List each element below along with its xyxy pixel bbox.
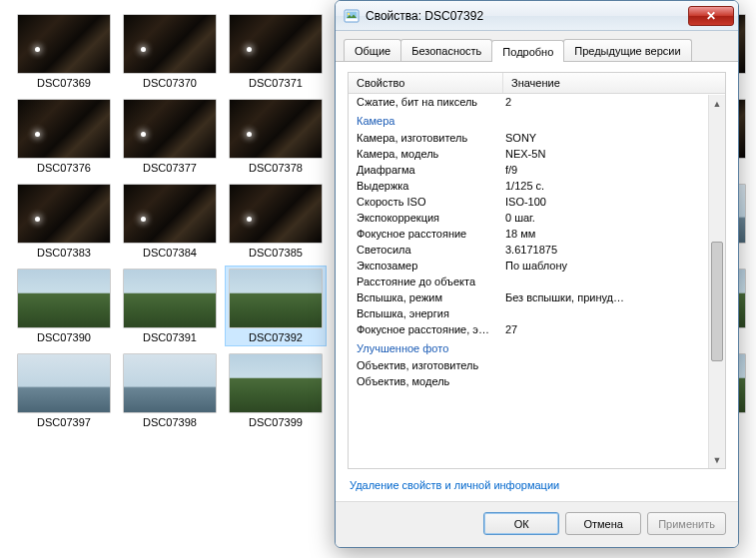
thumbnail-image	[123, 184, 217, 244]
thumbnail[interactable]: DSC07370	[120, 12, 220, 91]
thumbnail-image	[17, 269, 111, 328]
tab-previous-versions[interactable]: Предыдущие версии	[563, 39, 691, 61]
scroll-up-button[interactable]: ▲	[709, 95, 725, 112]
property-row[interactable]: Скорость ISOISO-100	[349, 194, 708, 210]
property-row[interactable]: Сжатие, бит на пиксель2	[349, 94, 708, 110]
picture-icon	[344, 8, 360, 24]
remove-properties-link[interactable]: Удаление свойств и личной информации	[350, 479, 559, 491]
scrollbar[interactable]: ▲ ▼	[708, 95, 725, 468]
thumbnail[interactable]: DSC07376	[14, 97, 114, 176]
property-name: Расстояние до объекта	[357, 276, 503, 287]
thumbnail-image	[123, 269, 217, 328]
property-row[interactable]: Камера, изготовительSONY	[349, 130, 708, 146]
property-row[interactable]: Фокусное расстояние, э…27	[349, 321, 708, 337]
titlebar[interactable]: Свойства: DSC07392 ✕	[336, 1, 738, 31]
thumbnail-label: DSC07378	[249, 162, 303, 174]
property-name: Вспышка, энергия	[357, 307, 503, 319]
thumbnail-image	[17, 99, 111, 159]
thumbnail[interactable]: DSC07377	[120, 97, 220, 176]
tab-details[interactable]: Подробно	[491, 40, 564, 62]
property-row[interactable]: Камера, модельNEX-5N	[349, 146, 708, 162]
thumbnail-image	[123, 353, 217, 413]
apply-button[interactable]: Применить	[647, 512, 726, 535]
thumbnail-image	[123, 14, 217, 74]
col-value[interactable]: Значение	[503, 73, 725, 93]
tab-general[interactable]: Общие	[344, 39, 401, 61]
property-row[interactable]: ЭкспозамерПо шаблону	[349, 258, 708, 274]
thumbnail[interactable]: DSC07392	[226, 267, 326, 345]
thumbnail-label: DSC07384	[143, 247, 197, 259]
section-enhanced: Улучшенное фото	[349, 337, 708, 357]
property-row[interactable]: Фокусное расстояние18 мм	[349, 226, 708, 242]
thumbnail-label: DSC07369	[37, 77, 91, 89]
property-value: По шаблону	[503, 260, 708, 272]
property-name: Скорость ISO	[357, 196, 503, 208]
thumbnail[interactable]: DSC07371	[226, 12, 326, 91]
property-name: Сжатие, бит на пиксель	[357, 96, 503, 108]
property-row[interactable]: Объектив, модель	[349, 373, 708, 389]
property-value: ISO-100	[503, 196, 708, 208]
thumbnail-image	[229, 184, 323, 244]
property-name: Экспокоррекция	[357, 212, 503, 224]
details-panel: Свойство Значение Сжатие, бит на пиксель…	[336, 62, 738, 501]
property-value: 27	[503, 323, 708, 335]
thumbnail-label: DSC07377	[143, 162, 197, 174]
ok-button[interactable]: ОК	[483, 512, 559, 535]
property-rows: Сжатие, бит на пиксель2КамераКамера, изг…	[349, 94, 725, 468]
thumbnail[interactable]: DSC07383	[14, 182, 114, 261]
property-row[interactable]: Вспышка, режимБез вспышки, принуд…	[349, 289, 708, 305]
property-name: Объектив, модель	[357, 375, 503, 387]
scroll-track[interactable]	[709, 112, 725, 451]
property-name: Фокусное расстояние	[357, 228, 503, 240]
tab-strip: Общие Безопасность Подробно Предыдущие в…	[336, 31, 738, 62]
property-value	[503, 359, 708, 371]
thumbnail[interactable]: DSC07390	[14, 267, 114, 345]
thumbnail[interactable]: DSC07399	[226, 351, 326, 430]
property-row[interactable]: Выдержка1/125 с.	[349, 178, 708, 194]
property-name: Светосила	[357, 244, 503, 256]
thumbnail[interactable]: DSC07384	[120, 182, 220, 261]
property-value: 18 мм	[503, 228, 708, 240]
thumbnail-label: DSC07398	[143, 416, 197, 428]
col-property[interactable]: Свойство	[349, 73, 503, 93]
property-value	[503, 375, 708, 387]
svg-point-2	[348, 12, 350, 14]
thumbnail[interactable]: DSC07385	[226, 182, 326, 261]
section-camera: Камера	[349, 110, 708, 130]
property-name: Фокусное расстояние, э…	[357, 323, 503, 335]
property-value: SONY	[503, 132, 708, 144]
thumbnail-image	[229, 14, 323, 74]
close-button[interactable]: ✕	[688, 6, 734, 26]
thumbnail[interactable]: DSC07398	[120, 351, 220, 430]
property-row[interactable]: Вспышка, энергия	[349, 305, 708, 321]
thumbnail-label: DSC07397	[37, 416, 91, 428]
scroll-thumb[interactable]	[711, 242, 723, 361]
tab-security[interactable]: Безопасность	[400, 39, 492, 61]
property-row[interactable]: Расстояние до объекта	[349, 274, 708, 289]
thumbnail-image	[17, 184, 111, 244]
property-name: Камера, модель	[357, 148, 503, 160]
property-row[interactable]: Диафрагмаf/9	[349, 162, 708, 178]
thumbnail[interactable]: DSC07397	[14, 351, 114, 430]
thumbnail[interactable]: DSC07369	[14, 12, 114, 91]
thumbnail-image	[17, 14, 111, 74]
thumbnail[interactable]: DSC07378	[226, 97, 326, 176]
scroll-down-button[interactable]: ▼	[709, 451, 725, 468]
property-row[interactable]: Светосила3.6171875	[349, 242, 708, 258]
remove-properties-link-row: Удаление свойств и личной информации	[350, 479, 724, 491]
thumbnail-label: DSC07383	[37, 247, 91, 259]
property-value: Без вспышки, принуд…	[503, 291, 708, 303]
thumbnail-image	[229, 353, 323, 413]
property-name: Диафрагма	[357, 164, 503, 176]
property-value: 0 шаг.	[503, 212, 708, 224]
thumbnail-label: DSC07390	[37, 331, 91, 343]
property-row[interactable]: Объектив, изготовитель	[349, 357, 708, 373]
property-list-header: Свойство Значение	[349, 73, 725, 94]
thumbnail[interactable]: DSC07391	[120, 267, 220, 345]
property-value: f/9	[503, 164, 708, 176]
cancel-button[interactable]: Отмена	[565, 512, 641, 535]
properties-dialog: Свойства: DSC07392 ✕ Общие Безопасность …	[335, 0, 739, 548]
property-value: 2	[503, 96, 708, 108]
property-row[interactable]: Экспокоррекция0 шаг.	[349, 210, 708, 226]
dialog-title: Свойства: DSC07392	[366, 9, 688, 23]
